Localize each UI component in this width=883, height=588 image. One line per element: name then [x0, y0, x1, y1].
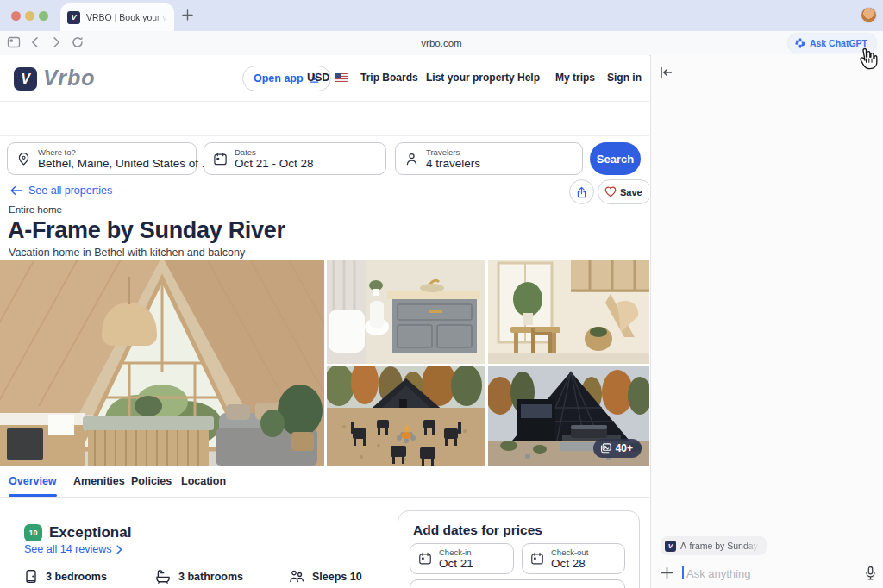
booking-title: Add dates for prices — [413, 522, 542, 538]
collapse-panel-icon[interactable] — [660, 66, 673, 78]
rating-text: Exceptional — [49, 524, 131, 541]
checkin-value: Oct 21 — [439, 557, 473, 570]
more-photos-badge[interactable]: 40+ — [593, 439, 642, 458]
calendar-icon — [530, 552, 544, 566]
travelers-label: Travelers — [426, 147, 480, 157]
tab-title: VRBO | Book your vaca — [86, 12, 167, 22]
checkout-value: Oct 28 — [551, 557, 588, 570]
open-app-label: Open app — [254, 72, 304, 84]
chat-placeholder: Ask anything — [686, 567, 750, 580]
vrbo-wordmark[interactable]: Vrbo — [43, 66, 96, 91]
url-text: vrbo.com — [421, 38, 461, 48]
close-window-button[interactable] — [11, 11, 21, 21]
ask-chatgpt-button[interactable]: Ask ChatGPT — [788, 34, 876, 53]
browser-tab[interactable]: V VRBO | Book your vaca — [60, 3, 174, 31]
dates-label: Dates — [235, 147, 314, 157]
booking-travelers-field[interactable]: Travelers — [410, 579, 625, 588]
bedrooms-icon — [24, 569, 38, 584]
calendar-icon — [418, 552, 432, 566]
browser-tab-strip: V VRBO | Book your vaca — [0, 0, 883, 31]
share-icon — [576, 186, 587, 198]
nav-my-trips[interactable]: My trips — [555, 72, 595, 84]
context-chip[interactable]: V A-frame by Sunday R — [661, 536, 767, 555]
where-label: Where to? — [38, 147, 211, 157]
save-button[interactable]: Save — [598, 179, 649, 204]
new-tab-button[interactable] — [181, 9, 194, 25]
nav-help[interactable]: Help — [517, 72, 540, 84]
checkout-label: Check-out — [551, 547, 588, 557]
profile-avatar[interactable] — [861, 8, 876, 22]
vrbo-favicon: V — [665, 541, 676, 552]
calendar-icon — [213, 152, 228, 166]
search-button[interactable]: Search — [590, 142, 641, 175]
text-cursor — [682, 566, 684, 579]
where-field[interactable]: Where to? Bethel, Maine, United States o… — [7, 142, 197, 175]
fact-sleeps: Sleeps 10 — [289, 569, 362, 584]
tab-location[interactable]: Location — [181, 475, 226, 487]
context-chip-label: A-frame by Sunday R — [680, 541, 760, 551]
travelers-value: 4 travelers — [426, 157, 480, 170]
currency-selector[interactable]: USD — [307, 72, 348, 84]
minimize-window-button[interactable] — [25, 11, 34, 21]
fact-bedrooms: 3 bedrooms — [24, 569, 107, 584]
listing-title: A-Frame by Sunday River — [8, 217, 285, 244]
photo-exterior[interactable]: 40+ — [488, 366, 649, 466]
browser-window: V VRBO | Book your vaca vrbo.com Ask Cha… — [0, 0, 883, 588]
section-divider — [0, 135, 649, 136]
tab-policies[interactable]: Policies — [131, 475, 172, 487]
checkin-field[interactable]: Check-in Oct 21 — [410, 543, 514, 574]
checkin-label: Check-in — [439, 547, 473, 557]
us-flag-icon — [335, 73, 348, 82]
tab-overview[interactable]: Overview — [9, 475, 57, 487]
photo-main-interior[interactable] — [0, 260, 324, 466]
rating-score-badge: 10 — [24, 524, 42, 541]
chat-input[interactable]: Ask anything — [651, 562, 883, 588]
sleeps-icon — [289, 569, 304, 584]
chatgpt-panel: V A-frame by Sunday R Ask anything — [650, 55, 883, 588]
reviews-link[interactable]: See all 14 reviews — [24, 543, 122, 555]
browser-toolbar: vrbo.com Ask ChatGPT — [0, 31, 883, 56]
photo-gallery: 40+ — [0, 260, 649, 466]
vrbo-logo[interactable]: V — [14, 67, 37, 91]
zoom-window-button[interactable] — [39, 11, 48, 21]
dates-value: Oct 21 - Oct 28 — [235, 157, 314, 170]
vrbo-page: V Vrbo Open app USD Trip Boards List you… — [0, 55, 649, 588]
nav-list-your-property[interactable]: List your property — [426, 72, 515, 84]
property-type: Entire home — [9, 204, 62, 215]
photos-icon — [600, 443, 611, 454]
vrbo-favicon: V — [67, 11, 80, 24]
arrow-left-icon — [10, 185, 22, 196]
chatgpt-logo-icon — [795, 38, 805, 48]
ask-chatgpt-label: Ask ChatGPT — [810, 38, 867, 48]
where-value: Bethel, Maine, United States of ... — [38, 157, 211, 170]
see-all-properties-link[interactable]: See all properties — [10, 185, 112, 197]
address-bar[interactable]: vrbo.com — [0, 31, 883, 55]
share-button[interactable] — [569, 179, 594, 204]
travelers-field[interactable]: Travelers 4 travelers — [395, 142, 583, 175]
nav-trip-boards[interactable]: Trip Boards — [360, 72, 418, 84]
dates-field[interactable]: Dates Oct 21 - Oct 28 — [204, 142, 386, 175]
chevron-right-icon — [116, 545, 122, 554]
heart-icon — [604, 186, 617, 197]
nav-sign-in[interactable]: Sign in — [607, 72, 642, 84]
bathrooms-icon — [155, 569, 171, 584]
listing-subtitle: Vacation home in Bethel with kitchen and… — [9, 247, 245, 259]
photo-dining-nook[interactable] — [488, 260, 649, 364]
listing-tab-bar: Overview Amenities Policies Location — [0, 472, 649, 498]
photo-firepit[interactable] — [327, 366, 485, 466]
mic-icon[interactable] — [865, 566, 876, 581]
fact-bathrooms: 3 bathrooms — [155, 569, 243, 584]
header-divider — [0, 101, 649, 102]
booking-card: Add dates for prices Check-in Oct 21 Che… — [398, 510, 640, 588]
checkout-field[interactable]: Check-out Oct 28 — [522, 543, 625, 574]
traveler-icon — [404, 152, 419, 166]
attach-plus-icon[interactable] — [661, 566, 673, 579]
location-pin-icon — [16, 152, 31, 166]
tab-amenities[interactable]: Amenities — [73, 475, 125, 487]
photo-bathroom[interactable] — [327, 260, 485, 364]
